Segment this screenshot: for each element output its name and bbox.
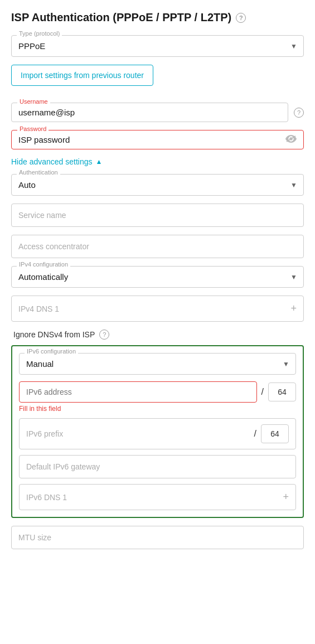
password-label: Password bbox=[17, 125, 49, 132]
ipv6-config-select[interactable]: Manual Automatically Disabled bbox=[19, 353, 296, 375]
hide-advanced-label: Hide advanced settings bbox=[11, 157, 93, 166]
ipv6-prefix-value[interactable]: 64 bbox=[261, 424, 289, 443]
ipv6-dns1-row: IPv6 DNS 1 + bbox=[19, 484, 296, 510]
ipv6-address-input[interactable] bbox=[19, 381, 257, 403]
ipv6-gateway-placeholder: Default IPv6 gateway bbox=[26, 462, 100, 471]
title-help-icon[interactable]: ? bbox=[236, 13, 246, 23]
ipv6-prefix-placeholder: IPv6 prefix bbox=[26, 429, 250, 438]
ipv6-address-prefix[interactable]: 64 bbox=[268, 382, 296, 401]
username-value[interactable]: username@isp bbox=[18, 106, 281, 118]
page-title: ISP Authentication (PPPoE / PPTP / L2TP)… bbox=[11, 11, 304, 24]
type-select[interactable]: PPPoE PPTP L2TP bbox=[11, 35, 304, 57]
ipv4-config-field: IPv4 configuration Automatically Static … bbox=[11, 266, 304, 288]
import-settings-button[interactable]: Import settings from previous router bbox=[11, 65, 153, 86]
access-concentrator-field[interactable]: Access concentrator bbox=[11, 235, 304, 258]
ipv6-config-field: IPv6 configuration Manual Automatically … bbox=[19, 353, 296, 375]
username-label: Username bbox=[17, 98, 50, 105]
password-group: Password ISP password bbox=[11, 130, 304, 149]
authentication-label: Authentication bbox=[17, 169, 60, 176]
ipv6-dns1-placeholder: IPv6 DNS 1 bbox=[26, 493, 283, 502]
ipv6-address-slash: / bbox=[261, 387, 264, 397]
username-help-icon[interactable]: ? bbox=[294, 108, 304, 118]
ipv4-dns1-field: IPv4 DNS 1 + bbox=[11, 296, 304, 322]
ipv6-prefix-row: IPv6 prefix / 64 bbox=[19, 418, 296, 449]
username-field-wrapper: Username username@isp bbox=[11, 103, 288, 122]
hide-advanced-toggle[interactable]: Hide advanced settings ▲ bbox=[11, 157, 304, 166]
ipv6-config-label: IPv6 configuration bbox=[25, 348, 78, 355]
password-field-wrapper: Password ISP password bbox=[11, 130, 304, 149]
service-name-field[interactable]: Service name bbox=[11, 204, 304, 227]
import-button-group: Import settings from previous router bbox=[11, 65, 304, 95]
mtu-size-field[interactable]: MTU size bbox=[11, 526, 304, 549]
ignore-dns-help-icon[interactable]: ? bbox=[99, 330, 109, 340]
ipv4-dns1-placeholder: IPv4 DNS 1 bbox=[18, 304, 290, 313]
hide-advanced-chevron-icon: ▲ bbox=[96, 158, 103, 166]
authentication-select[interactable]: Auto PAP CHAP MS-CHAP bbox=[11, 174, 304, 196]
ipv4-config-label: IPv4 configuration bbox=[17, 261, 70, 268]
ipv6-address-row: / 64 bbox=[19, 381, 296, 403]
service-name-placeholder: Service name bbox=[18, 211, 66, 220]
password-input-row: ISP password bbox=[18, 134, 297, 146]
type-label: Type (protocol) bbox=[17, 30, 62, 37]
ignore-dns-label: Ignore DNSv4 from ISP bbox=[13, 330, 95, 339]
access-concentrator-placeholder: Access concentrator bbox=[18, 242, 89, 251]
password-value[interactable]: ISP password bbox=[18, 134, 285, 146]
authentication-field: Authentication Auto PAP CHAP MS-CHAP ▼ bbox=[11, 174, 304, 196]
ipv4-dns1-add-icon[interactable]: + bbox=[290, 303, 297, 314]
ignore-dns-row: Ignore DNSv4 from ISP ? bbox=[11, 330, 304, 340]
ipv6-fill-error: Fill in this field bbox=[19, 405, 296, 413]
ipv6-section: IPv6 configuration Manual Automatically … bbox=[11, 345, 304, 518]
ipv4-config-select[interactable]: Automatically Static DHCP bbox=[11, 266, 304, 288]
type-protocol-field: Type (protocol) PPPoE PPTP L2TP ▼ bbox=[11, 35, 304, 57]
ipv6-gateway-field[interactable]: Default IPv6 gateway bbox=[19, 455, 296, 478]
username-group: Username username@isp ? bbox=[11, 103, 304, 122]
ipv6-prefix-slash: / bbox=[254, 429, 256, 439]
ipv6-dns1-add-icon[interactable]: + bbox=[283, 491, 289, 503]
import-button-label: Import settings from previous router bbox=[21, 71, 144, 80]
password-toggle-icon[interactable] bbox=[285, 135, 297, 145]
mtu-placeholder: MTU size bbox=[18, 533, 51, 542]
title-text: ISP Authentication (PPPoE / PPTP / L2TP) bbox=[11, 11, 231, 24]
